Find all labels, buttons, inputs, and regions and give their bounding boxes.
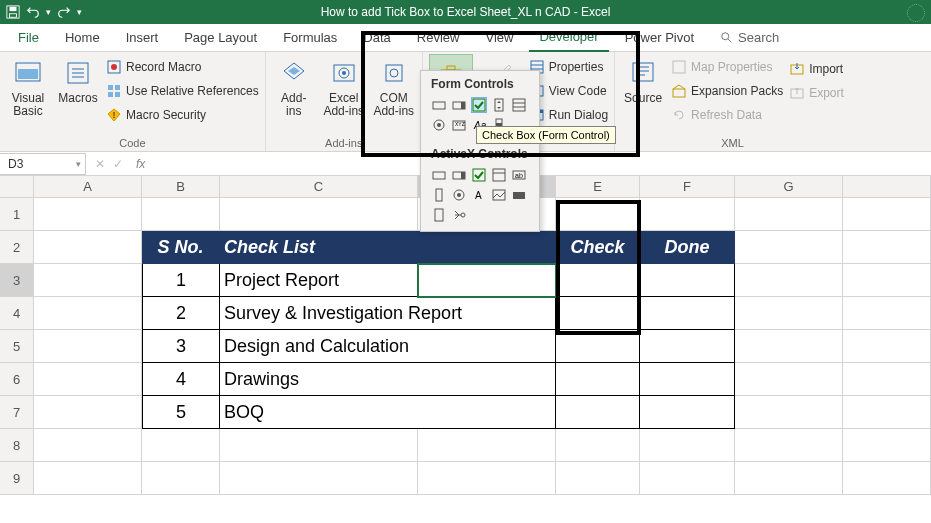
cell-f9[interactable] [640, 462, 735, 495]
cell-item-3[interactable]: Design and Calculation [220, 330, 556, 363]
row-header-5[interactable]: 5 [0, 330, 34, 363]
cell-a5[interactable] [34, 330, 142, 363]
cell-b9[interactable] [142, 462, 220, 495]
cell-d8[interactable] [418, 429, 556, 462]
cell-done-1[interactable] [640, 264, 735, 297]
cell-d9[interactable] [418, 462, 556, 495]
use-relative-button[interactable]: Use Relative References [106, 80, 259, 102]
row-header-8[interactable]: 8 [0, 429, 34, 462]
cell-check-5[interactable] [556, 396, 640, 429]
cell-g8[interactable] [735, 429, 843, 462]
col-header-b[interactable]: B [142, 176, 220, 198]
tab-review[interactable]: Review [407, 24, 470, 52]
cell-f1[interactable] [640, 198, 735, 231]
tab-insert[interactable]: Insert [116, 24, 169, 52]
cell-sno-5[interactable]: 5 [142, 396, 220, 429]
form-checkbox-icon[interactable] [471, 97, 487, 113]
cell-c9[interactable] [220, 462, 418, 495]
cell-f8[interactable] [640, 429, 735, 462]
cancel-formula-icon[interactable]: ✕ [92, 157, 108, 171]
undo-icon[interactable] [26, 5, 40, 19]
tab-home[interactable]: Home [55, 24, 110, 52]
cell-sno-2[interactable]: 2 [142, 297, 220, 330]
visual-basic-button[interactable]: Visual Basic [6, 54, 50, 128]
tab-view[interactable]: View [475, 24, 523, 52]
ax-command-icon[interactable] [431, 167, 447, 183]
cell-a7[interactable] [34, 396, 142, 429]
ax-more-icon[interactable] [451, 207, 467, 223]
cell-e1[interactable] [556, 198, 640, 231]
cell-g3[interactable] [735, 264, 843, 297]
tab-file[interactable]: File [8, 24, 49, 52]
form-list-icon[interactable] [511, 97, 527, 113]
name-box[interactable]: D3 [0, 153, 86, 175]
header-done[interactable]: Done [640, 231, 735, 264]
search-box[interactable]: Search [710, 24, 789, 52]
cell-h1[interactable] [843, 198, 931, 231]
cell-done-2[interactable] [640, 297, 735, 330]
ax-spin-icon[interactable] [431, 207, 447, 223]
map-properties-button[interactable]: Map Properties [671, 56, 783, 78]
header-sno[interactable]: S No. [142, 231, 220, 264]
addins-button[interactable]: Add- ins [272, 54, 316, 128]
cell-g6[interactable] [735, 363, 843, 396]
macros-button[interactable]: Macros [56, 54, 100, 128]
header-checklist[interactable]: Check List [220, 231, 556, 264]
tab-data[interactable]: Data [353, 24, 400, 52]
cell-done-4[interactable] [640, 363, 735, 396]
form-group-icon[interactable]: XYZ [451, 117, 467, 133]
cell-h6[interactable] [843, 363, 931, 396]
cell-a6[interactable] [34, 363, 142, 396]
row-header-6[interactable]: 6 [0, 363, 34, 396]
run-dialog-button[interactable]: Run Dialog [529, 104, 608, 126]
ax-image-icon[interactable] [491, 187, 507, 203]
tab-formulas[interactable]: Formulas [273, 24, 347, 52]
cell-a8[interactable] [34, 429, 142, 462]
col-header-a[interactable]: A [34, 176, 142, 198]
cell-e8[interactable] [556, 429, 640, 462]
tab-power-pivot[interactable]: Power Pivot [615, 24, 704, 52]
source-button[interactable]: Source [621, 54, 665, 128]
cell-g2[interactable] [735, 231, 843, 264]
row-header-1[interactable]: 1 [0, 198, 34, 231]
cell-sno-1[interactable]: 1 [142, 264, 220, 297]
refresh-data-button[interactable]: Refresh Data [671, 104, 783, 126]
cell-g7[interactable] [735, 396, 843, 429]
cell-b1[interactable] [142, 198, 220, 231]
cell-a9[interactable] [34, 462, 142, 495]
ax-combo-icon[interactable] [451, 167, 467, 183]
ax-scroll-icon[interactable] [431, 187, 447, 203]
com-addins-button[interactable]: COM Add-ins [372, 54, 416, 128]
cell-c1[interactable] [220, 198, 418, 231]
cell-check-1[interactable] [556, 264, 640, 297]
cell-g4[interactable] [735, 297, 843, 330]
tab-developer[interactable]: Developer [529, 24, 608, 52]
properties-button[interactable]: Properties [529, 56, 608, 78]
macro-security-button[interactable]: !Macro Security [106, 104, 259, 126]
selected-cell-d3[interactable] [418, 264, 556, 297]
cell-item-4[interactable]: Drawings [220, 363, 556, 396]
cell-done-5[interactable] [640, 396, 735, 429]
row-header-7[interactable]: 7 [0, 396, 34, 429]
row-header-4[interactable]: 4 [0, 297, 34, 330]
col-header-g[interactable]: G [735, 176, 843, 198]
col-header-c[interactable]: C [220, 176, 418, 198]
cell-g1[interactable] [735, 198, 843, 231]
cell-h5[interactable] [843, 330, 931, 363]
qat-customize-icon[interactable]: ▾ [77, 7, 82, 17]
redo-icon[interactable] [57, 5, 71, 19]
cell-h7[interactable] [843, 396, 931, 429]
qat-dropdown-icon[interactable]: ▾ [46, 7, 51, 17]
cell-h4[interactable] [843, 297, 931, 330]
export-button[interactable]: Export [789, 82, 844, 104]
cell-c8[interactable] [220, 429, 418, 462]
cell-check-4[interactable] [556, 363, 640, 396]
cell-a2[interactable] [34, 231, 142, 264]
cell-h2[interactable] [843, 231, 931, 264]
cell-a3[interactable] [34, 264, 142, 297]
cell-sno-4[interactable]: 4 [142, 363, 220, 396]
ax-textbox-icon[interactable]: ab [511, 167, 527, 183]
cell-item-5[interactable]: BOQ [220, 396, 556, 429]
import-button[interactable]: Import [789, 58, 844, 80]
cell-a1[interactable] [34, 198, 142, 231]
